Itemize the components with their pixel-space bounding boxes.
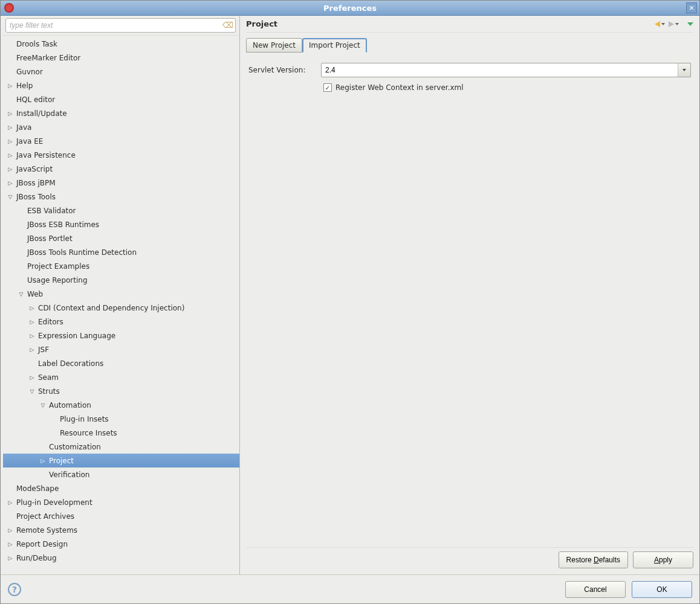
expand-closed-icon[interactable]: ▷: [7, 110, 14, 117]
app-icon: [4, 3, 14, 13]
expand-closed-icon[interactable]: ▷: [28, 332, 36, 339]
tree-item[interactable]: ▷JBoss jBPM: [3, 176, 239, 190]
expand-closed-icon[interactable]: ▷: [7, 152, 14, 159]
tree-item[interactable]: Plug-in Insets: [3, 412, 239, 426]
tree-item-label: Automation: [47, 401, 91, 410]
nav-back-button[interactable]: [655, 21, 665, 27]
tree-item[interactable]: FreeMarker Editor: [3, 51, 239, 65]
tree-item[interactable]: ▷JavaScript: [3, 162, 239, 176]
tree-item[interactable]: ▽Automation: [3, 398, 239, 412]
tree-item[interactable]: ▷Plug-in Development: [3, 495, 239, 509]
expand-closed-icon[interactable]: ▷: [7, 527, 14, 534]
tree-item[interactable]: ▷Report Design: [3, 537, 239, 551]
tab-import-project[interactable]: Import Project: [302, 38, 367, 53]
tree-item[interactable]: ▽JBoss Tools: [3, 190, 239, 204]
tree-item-label: Guvnor: [14, 68, 43, 76]
filter-input[interactable]: [5, 18, 236, 33]
tree-item[interactable]: ModeShape: [3, 481, 239, 495]
expand-closed-icon[interactable]: ▷: [28, 304, 36, 312]
expand-closed-icon[interactable]: ▷: [28, 374, 36, 381]
tree-item-label: Verification: [47, 471, 89, 479]
expand-closed-icon[interactable]: ▷: [7, 138, 14, 145]
dropdown-button[interactable]: [678, 63, 691, 77]
servlet-version-select[interactable]: [321, 63, 691, 77]
tree-item[interactable]: HQL editor: [3, 92, 239, 106]
expand-open-icon[interactable]: ▽: [18, 291, 25, 298]
tree-item[interactable]: Usage Reporting: [3, 273, 239, 287]
tree-item-label: JSF: [36, 345, 49, 354]
expand-closed-icon[interactable]: ▷: [7, 179, 14, 187]
view-menu-button[interactable]: [687, 22, 693, 26]
tree-item[interactable]: ▷Run/Debug: [3, 551, 239, 565]
expand-closed-icon[interactable]: ▷: [7, 499, 14, 506]
expand-open-icon[interactable]: ▽: [28, 388, 36, 395]
register-context-row: ✓ Register Web Context in server.xml: [323, 83, 691, 92]
tree-item[interactable]: Resource Insets: [3, 426, 239, 440]
tree-item[interactable]: ▷Project: [3, 454, 239, 467]
tree-item[interactable]: Customization: [3, 440, 239, 454]
help-icon[interactable]: ?: [8, 583, 21, 596]
page-title: Project: [246, 19, 277, 28]
tree-item-label: Install/Update: [14, 109, 67, 118]
tree-item[interactable]: ▷Install/Update: [3, 106, 239, 120]
tree-item[interactable]: Guvnor: [3, 65, 239, 79]
register-context-label[interactable]: Register Web Context in server.xml: [335, 83, 464, 92]
right-panel: Project New Project Import Project Servl…: [240, 16, 699, 574]
tree-item-label: Run/Debug: [14, 554, 57, 562]
expand-closed-icon[interactable]: ▷: [7, 554, 14, 562]
tree-item[interactable]: ▽Web: [3, 287, 239, 301]
tree-item[interactable]: ▷JSF: [3, 342, 239, 356]
tree-item-label: Web: [25, 290, 43, 298]
tab-new-project[interactable]: New Project: [246, 38, 302, 53]
tree-item-label: Customization: [47, 443, 101, 451]
tree-item[interactable]: ▷Seam: [3, 370, 239, 384]
servlet-version-value[interactable]: [321, 63, 691, 77]
tree-item[interactable]: ▷Editors: [3, 315, 239, 329]
nav-forward-button[interactable]: [669, 21, 679, 27]
tree-item[interactable]: ▷Help: [3, 79, 239, 92]
tree-item[interactable]: ▷Java EE: [3, 134, 239, 148]
expand-closed-icon[interactable]: ▷: [39, 457, 47, 464]
tree-item[interactable]: ▷Java Persistence: [3, 148, 239, 162]
restore-defaults-button[interactable]: Restore Defaults: [559, 551, 628, 568]
titlebar[interactable]: Preferences ✕: [1, 1, 699, 16]
clear-filter-icon[interactable]: ⌫: [222, 21, 232, 30]
tree-item[interactable]: Verification: [3, 467, 239, 481]
tree-item[interactable]: ▷Java: [3, 120, 239, 134]
tree-item[interactable]: Project Archives: [3, 509, 239, 523]
ok-button[interactable]: OK: [632, 581, 692, 598]
content-area: ⌫ Drools TaskFreeMarker EditorGuvnor▷Hel…: [1, 16, 699, 574]
tree-item[interactable]: ESB Validator: [3, 204, 239, 217]
expand-closed-icon[interactable]: ▷: [28, 318, 36, 326]
toolbar-nav: [655, 21, 693, 27]
tree-item[interactable]: Label Decorations: [3, 356, 239, 370]
close-button[interactable]: ✕: [686, 2, 697, 13]
tree-item[interactable]: JBoss Portlet: [3, 231, 239, 245]
window-title: Preferences: [323, 4, 377, 13]
tree-item[interactable]: Drools Task: [3, 37, 239, 51]
tree-item-label: Editors: [36, 318, 63, 326]
tree-item-label: Java: [14, 123, 31, 132]
tree-item[interactable]: JBoss ESB Runtimes: [3, 217, 239, 231]
expand-closed-icon[interactable]: ▷: [7, 165, 14, 173]
apply-button[interactable]: Apply: [633, 551, 693, 568]
expand-closed-icon[interactable]: ▷: [7, 124, 14, 131]
tree-item-label: Plug-in Development: [14, 498, 92, 507]
expand-open-icon[interactable]: ▽: [7, 193, 14, 201]
tree-item[interactable]: ▷CDI (Context and Dependency Injection): [3, 301, 239, 315]
tree-item[interactable]: JBoss Tools Runtime Detection: [3, 245, 239, 259]
expand-closed-icon[interactable]: ▷: [7, 541, 14, 548]
tree-item[interactable]: ▽Struts: [3, 384, 239, 398]
tree-item-label: Project Archives: [14, 512, 74, 521]
tree-item-label: JBoss jBPM: [14, 179, 56, 187]
tree-item[interactable]: Project Examples: [3, 259, 239, 273]
tree-item-label: Plug-in Insets: [57, 415, 109, 423]
register-context-checkbox[interactable]: ✓: [323, 83, 332, 92]
tree-item[interactable]: ▷Expression Language: [3, 329, 239, 342]
cancel-button[interactable]: Cancel: [565, 581, 626, 598]
expand-closed-icon[interactable]: ▷: [7, 82, 14, 89]
expand-closed-icon[interactable]: ▷: [28, 346, 36, 353]
tree-scroll[interactable]: Drools TaskFreeMarker EditorGuvnor▷HelpH…: [3, 35, 239, 572]
tree-item[interactable]: ▷Remote Systems: [3, 523, 239, 537]
expand-open-icon[interactable]: ▽: [39, 402, 47, 409]
